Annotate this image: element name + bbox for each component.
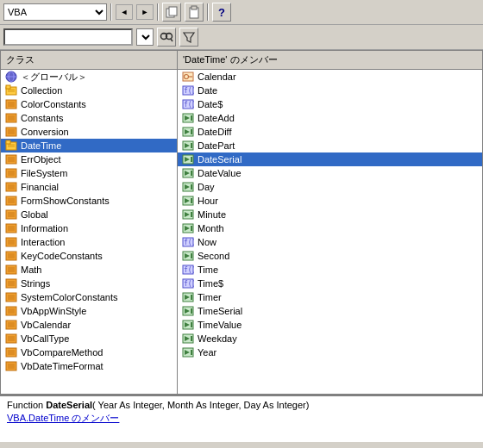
question-button[interactable]: ? [212,3,231,22]
class-list-item[interactable]: Conversion [1,125,177,139]
class-item-label: ColorConstants [21,99,86,109]
method-icon [181,180,195,194]
svg-rect-13 [6,85,10,89]
class-list-item[interactable]: VbDateTimeFormat [1,359,177,373]
member-list-item[interactable]: DateDiff [178,125,482,139]
class-item-label: VbCalendar [21,320,71,330]
class-list-item[interactable]: VbCalendar [1,318,177,332]
svg-rect-105 [191,115,192,121]
member-list-item[interactable]: f() Now [178,235,482,249]
class-list-item[interactable]: ErrObject [1,152,177,166]
function-icon: f() [181,97,195,111]
member-list-item[interactable]: DateAdd [178,111,482,125]
member-item-label: Day [198,182,215,192]
class-list-item[interactable]: VbAppWinStyle [1,304,177,318]
member-list-item[interactable]: DateValue [178,166,482,180]
filter-button[interactable] [179,28,198,47]
member-list-item[interactable]: Weekday [178,332,482,345]
class-list-item[interactable]: FileSystem [1,166,177,180]
method-icon [181,194,195,208]
class-list-item[interactable]: Collection [1,84,177,97]
svg-rect-144 [191,308,192,314]
class-item-label: Financial [21,182,59,192]
class-list-item[interactable]: Interaction [1,235,177,249]
class-item-label: VbDateTimeFormat [21,361,104,371]
class-list-item[interactable]: Global [1,208,177,221]
func-params: ( Year As Integer, Month As Integer, Day… [92,400,309,410]
member-list-item[interactable]: Timer [178,290,482,304]
class-item-label: Collection [21,85,62,96]
copy-button[interactable] [162,3,181,22]
member-list-item[interactable]: Hour [178,194,482,208]
class-list-item[interactable]: ColorConstants [1,97,177,111]
member-list-item[interactable]: f() Date [178,84,482,97]
method-icon [181,332,195,345]
module-icon [4,235,18,249]
function-icon: f() [181,84,195,97]
member-item-label: Second [198,251,229,261]
class-list-item[interactable]: SystemColorConstants [1,290,177,304]
member-list-item[interactable]: Calendar [178,70,482,84]
member-item-label: DatePart [198,140,235,151]
class-icon [4,139,18,152]
method-icon [181,125,195,139]
members-list[interactable]: Calendar f() Date f() Date$ DateAdd Date… [178,70,482,394]
class-list-item[interactable]: Math [1,263,177,277]
filter-dropdown[interactable]: ▼ [136,28,154,46]
member-list-item[interactable]: Year [178,345,482,359]
class-item-label: Constants [21,113,64,123]
member-item-label: Time$ [198,278,223,289]
class-item-label: Strings [21,278,50,289]
member-list-item[interactable]: f() Time$ [178,277,482,290]
class-list-item[interactable]: VbCallType [1,332,177,345]
nav-fwd-button[interactable]: ► [136,4,154,20]
class-list-item[interactable]: DateTime [1,139,177,152]
method-icon [181,166,195,180]
class-list-item[interactable]: FormShowConstants [1,194,177,208]
class-list[interactable]: ＜グローバル＞ Collection ColorConstants Consta… [1,70,177,394]
svg-rect-114 [191,157,192,162]
class-list-item[interactable]: ＜グローバル＞ [1,70,177,84]
member-list-item[interactable]: Month [178,221,482,235]
class-list-item[interactable]: Information [1,221,177,235]
paste-button[interactable] [185,3,204,22]
member-link[interactable]: VBA.DateTime のメンバー [7,412,476,425]
member-list-item[interactable]: f() Time [178,263,482,277]
module-icon [4,263,18,277]
vba-dropdown[interactable]: VBA [3,3,107,21]
svg-text:f(): f() [184,266,194,274]
member-list-item[interactable]: TimeValue [178,318,482,332]
member-item-label: Time [198,264,218,275]
member-list-item[interactable]: DateSerial [178,152,482,166]
member-list-item[interactable]: Second [178,249,482,263]
class-list-item[interactable]: KeyCodeConstants [1,249,177,263]
search-input[interactable] [3,28,133,46]
class-item-label: Math [21,264,41,275]
class-list-item[interactable]: Strings [1,277,177,290]
member-list-item[interactable]: DatePart [178,139,482,152]
module-icon [4,318,18,332]
class-list-item[interactable]: Constants [1,111,177,125]
svg-line-7 [171,39,172,41]
member-list-item[interactable]: Day [178,180,482,194]
member-list-item[interactable]: f() Date$ [178,97,482,111]
member-item-label: Timer [198,292,222,302]
function-icon: f() [181,263,195,277]
class-item-label: KeyCodeConstants [21,251,103,261]
class-item-label: Interaction [21,237,65,247]
class-list-item[interactable]: Financial [1,180,177,194]
member-list-item[interactable]: TimeSerial [178,304,482,318]
nav-back-button[interactable]: ◄ [116,4,133,20]
search-button[interactable] [157,28,176,47]
class-list-item[interactable]: VbCompareMethod [1,345,177,359]
class-item-label: ＜グローバル＞ [21,71,87,84]
members-panel-header: 'DateTime' のメンバー [178,51,482,70]
class-item-label: Conversion [21,127,69,137]
function-icon: f() [181,277,195,290]
module-icon [4,345,18,359]
member-list-item[interactable]: Minute [178,208,482,221]
function-signature: Function DateSerial( Year As Integer, Mo… [7,400,476,410]
copy-icon [165,5,179,19]
member-item-label: Date$ [198,99,223,109]
module-icon [4,332,18,345]
